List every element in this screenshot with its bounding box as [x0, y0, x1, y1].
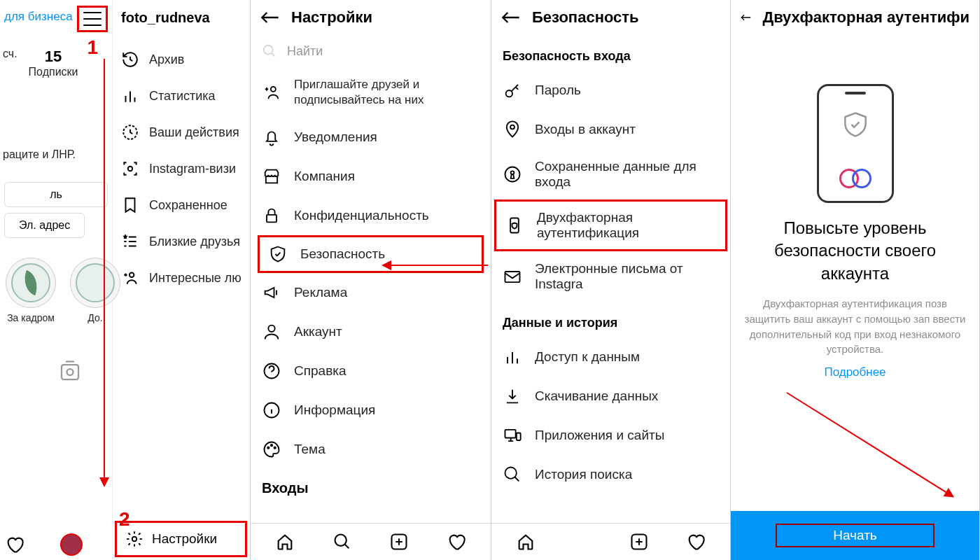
svg-point-5: [132, 537, 137, 542]
bottom-actions: [4, 533, 83, 556]
security-search-history[interactable]: История поиска: [491, 455, 730, 494]
two-factor-header: Двухфакторная аутентифи: [731, 0, 979, 35]
security-login-activity[interactable]: Входы в аккаунт: [491, 110, 730, 149]
bottom-nav: [251, 523, 491, 560]
annotation-arrow-down: [104, 59, 105, 486]
devices-icon: [503, 426, 522, 445]
home-icon[interactable]: [275, 532, 295, 552]
stat-label: Подписки: [29, 66, 78, 78]
menu-label: Статистика: [149, 89, 216, 104]
two-factor-highlight[interactable]: Двухфакторная аутентификация: [494, 200, 727, 251]
bar-chart-icon: [121, 87, 139, 105]
security-label: Доступ к данным: [535, 349, 640, 365]
svg-point-12: [267, 447, 269, 449]
settings-about[interactable]: Информация: [251, 391, 491, 430]
interlocking-rings-icon: [839, 169, 872, 188]
search-icon[interactable]: [573, 532, 592, 552]
keyhole-icon: [503, 164, 522, 184]
security-label: Входы в аккаунт: [535, 122, 636, 137]
heart-icon[interactable]: [4, 535, 25, 554]
menu-insights[interactable]: Статистика: [113, 78, 250, 114]
svg-rect-0: [62, 365, 78, 379]
highlight-item-2[interactable]: До.: [70, 258, 120, 323]
panel-two-factor: Двухфакторная аутентифи Повысьте уровень…: [731, 0, 980, 560]
start-button[interactable]: Начать: [731, 511, 979, 560]
learn-more-link[interactable]: Подробнее: [731, 365, 979, 393]
settings-ads[interactable]: Реклама: [251, 273, 491, 312]
security-access-data[interactable]: Доступ к данным: [491, 337, 730, 377]
settings-privacy[interactable]: Конфиденциальность: [251, 196, 491, 235]
avatar[interactable]: [60, 533, 83, 556]
heart-icon[interactable]: [686, 532, 706, 552]
security-apps-websites[interactable]: Приложения и сайты: [491, 416, 730, 455]
bar-chart-icon: [503, 347, 522, 367]
settings-security-highlight[interactable]: Безопасность: [258, 235, 484, 273]
svg-point-13: [271, 444, 272, 446]
igtv-tab-icon[interactable]: [28, 358, 112, 384]
security-saved-login[interactable]: Сохраненные данные для входа: [491, 149, 730, 200]
login-security-header: Безопасность входа: [491, 35, 730, 71]
home-icon[interactable]: [516, 532, 536, 552]
settings-help[interactable]: Справка: [251, 351, 491, 391]
data-history-header: Данные и история: [491, 302, 730, 337]
edit-profile-button[interactable]: ль: [4, 182, 108, 207]
bookmark-icon: [121, 196, 139, 214]
two-factor-description: Двухфакторная аутентификация позв защити…: [731, 296, 979, 365]
email-button[interactable]: Эл. адрес: [4, 213, 85, 238]
menu-settings-highlight[interactable]: Настройки: [115, 521, 247, 557]
highlight-item-1[interactable]: За кадром: [6, 258, 56, 323]
back-arrow-icon[interactable]: [260, 10, 280, 24]
menu-saved[interactable]: Сохраненное: [113, 187, 250, 223]
security-label: Электронные письма от Instagra: [535, 261, 719, 292]
menu-label: Интересные лю: [149, 271, 241, 286]
settings-account[interactable]: Аккаунт: [251, 312, 491, 351]
annotation-arrow-left: [383, 265, 488, 266]
svg-rect-22: [505, 430, 516, 438]
svg-point-18: [510, 125, 514, 130]
menu-close-friends[interactable]: Близкие друзья: [113, 223, 250, 260]
highlight-label: До.: [70, 312, 120, 323]
security-label: Скачивание данных: [535, 388, 658, 404]
search-placeholder: Найти: [287, 44, 323, 59]
search-input[interactable]: Найти: [251, 35, 491, 67]
clock-reverse-icon: [121, 50, 139, 69]
activity-clock-icon: [121, 123, 139, 141]
gear-icon: [125, 530, 144, 548]
settings-follow-friends[interactable]: Приглашайте друзей и подписывайтесь на н…: [251, 67, 491, 118]
settings-theme[interactable]: Тема: [251, 430, 491, 469]
svg-rect-21: [505, 272, 520, 282]
storefront-icon: [262, 167, 281, 186]
back-arrow-icon[interactable]: [501, 10, 521, 24]
settings-business[interactable]: Компания: [251, 157, 491, 196]
stat-following[interactable]: 15 Подписки: [29, 48, 78, 78]
download-icon: [503, 386, 522, 406]
svg-point-17: [506, 90, 512, 97]
security-label: Приложения и сайты: [535, 428, 664, 443]
stat-label-partial: сч.: [3, 48, 18, 59]
panel-settings: Настройки Найти Приглашайте друзей и под…: [251, 0, 491, 560]
menu-activity[interactable]: Ваши действия: [113, 114, 250, 150]
add-post-icon[interactable]: [389, 532, 409, 552]
security-emails[interactable]: Электронные письма от Instagra: [491, 251, 730, 302]
svg-point-1: [67, 369, 74, 375]
security-header: Безопасность: [491, 0, 730, 35]
menu-archive[interactable]: Архив: [113, 41, 250, 78]
info-icon: [262, 400, 281, 420]
menu-discover[interactable]: Интересные лю: [113, 260, 250, 296]
settings-label: Уведомления: [294, 130, 377, 145]
add-post-icon[interactable]: [629, 532, 649, 552]
search-icon: [262, 43, 277, 59]
svg-point-7: [271, 87, 276, 92]
hamburger-icon[interactable]: [83, 12, 102, 26]
back-arrow-icon[interactable]: [741, 10, 751, 24]
menu-nametag[interactable]: Instagram-визи: [113, 150, 250, 187]
settings-label: Справка: [294, 363, 346, 379]
svg-point-14: [274, 447, 276, 449]
heart-icon[interactable]: [447, 532, 466, 552]
security-password[interactable]: Пароль: [491, 71, 730, 110]
panel-profile-menu: для бизнеса 1 сч. 15 Подписки раците и Л…: [0, 0, 251, 560]
search-icon[interactable]: [332, 532, 352, 552]
security-download-data[interactable]: Скачивание данных: [491, 377, 730, 416]
settings-notifications[interactable]: Уведомления: [251, 118, 491, 157]
annotation-step-1: 1: [87, 36, 98, 59]
